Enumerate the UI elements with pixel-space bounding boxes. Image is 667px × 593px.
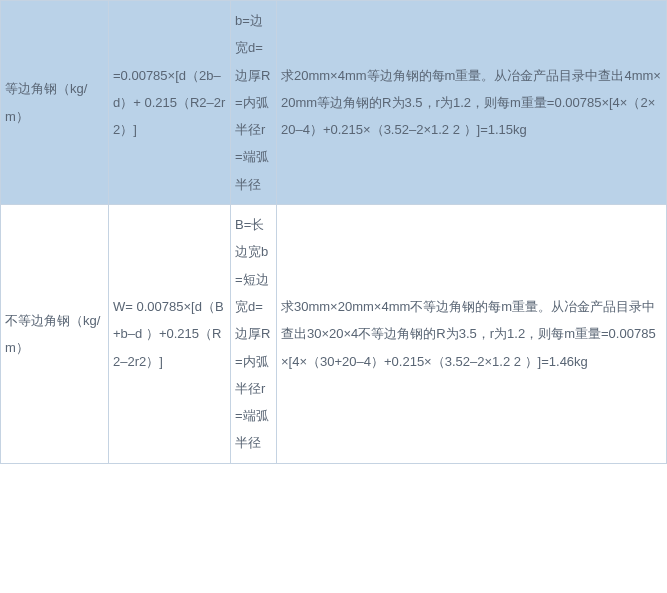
cell-symbols: b=边宽d=边厚R=内弧半径r=端弧半径 xyxy=(231,1,277,205)
cell-example: 求20mm×4mm等边角钢的每m重量。从冶金产品目录中查出4mm×20mm等边角… xyxy=(277,1,667,205)
cell-name: 不等边角钢（kg/m） xyxy=(1,205,109,464)
steel-weight-table: 等边角钢（kg/m） =0.00785×[d（2b–d）+ 0.215（R2–2… xyxy=(0,0,667,464)
table-row: 不等边角钢（kg/m） W= 0.00785×[d（B+b–d ）+0.215（… xyxy=(1,205,667,464)
cell-formula: =0.00785×[d（2b–d）+ 0.215（R2–2r2）] xyxy=(109,1,231,205)
cell-example: 求30mm×20mm×4mm不等边角钢的每m重量。从冶金产品目录中查出30×20… xyxy=(277,205,667,464)
table-row: 等边角钢（kg/m） =0.00785×[d（2b–d）+ 0.215（R2–2… xyxy=(1,1,667,205)
cell-formula: W= 0.00785×[d（B+b–d ）+0.215（R2–2r2）] xyxy=(109,205,231,464)
cell-name: 等边角钢（kg/m） xyxy=(1,1,109,205)
cell-symbols: B=长边宽b=短边宽d=边厚R=内弧半径r=端弧半径 xyxy=(231,205,277,464)
